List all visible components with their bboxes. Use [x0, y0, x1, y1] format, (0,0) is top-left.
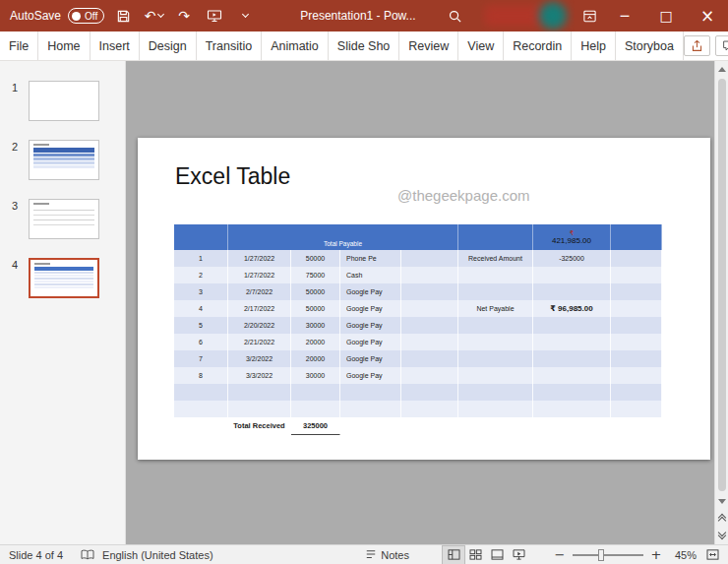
save-button[interactable] [111, 3, 135, 29]
tab-review[interactable]: Review [399, 31, 458, 60]
slide-thumbnail-1[interactable]: 1 [0, 81, 125, 121]
previous-slide-button[interactable] [715, 509, 728, 527]
table-row: 6 2/21/2022 20000 Google Pay [174, 334, 662, 350]
minimize-button[interactable]: ─ [604, 0, 645, 31]
table-cell [458, 267, 533, 283]
table-cell [228, 384, 291, 401]
view-slideshow-button[interactable] [508, 546, 529, 564]
window-title: Presentation1 - Pow... [300, 9, 415, 23]
tab-design[interactable]: Design [140, 31, 197, 60]
present-button[interactable] [203, 3, 226, 29]
language-indicator[interactable]: English (United States) [98, 545, 217, 564]
tab-view[interactable]: View [458, 31, 504, 60]
zoom-in-button[interactable]: + [649, 547, 663, 562]
table-header-row: Total Payable ₹ 421,985.00 [174, 224, 662, 250]
excel-table[interactable]: Total Payable ₹ 421,985.00 1 1/27/2022 5… [174, 224, 662, 435]
quick-access-dropdown-button[interactable] [233, 3, 257, 29]
spellcheck-button[interactable] [77, 545, 98, 564]
table-cell [174, 384, 228, 401]
view-sorter-button[interactable] [464, 546, 486, 564]
notes-icon [365, 549, 377, 560]
thumbnail-preview[interactable] [29, 81, 99, 121]
total-payable-amount: 421,985.00 [552, 237, 591, 245]
table-cell [611, 350, 662, 367]
maximize-button[interactable]: □ [645, 0, 687, 31]
slide-indicator[interactable]: Slide 4 of 4 [5, 545, 67, 564]
tab-slideshow[interactable]: Slide Sho [329, 31, 400, 60]
table-cell [401, 401, 458, 417]
vertical-scrollbar[interactable] [714, 61, 728, 544]
table-cell: -325000 [533, 250, 611, 267]
slide-number: 1 [12, 81, 22, 121]
table-cell: 2/7/2022 [228, 283, 291, 300]
fit-slide-icon [706, 549, 719, 560]
table-cell [611, 250, 662, 267]
next-slide-button[interactable] [715, 527, 728, 544]
scrollbar-track[interactable] [715, 77, 728, 493]
view-normal-button[interactable] [443, 546, 464, 564]
slide-thumbnail-4[interactable]: 4 [0, 258, 125, 298]
chevron-down-icon [157, 11, 164, 18]
scroll-down-button[interactable] [715, 493, 728, 509]
table-cell: 3/3/2022 [228, 367, 291, 384]
search-button[interactable] [444, 3, 467, 29]
autosave-state: Off [85, 11, 97, 22]
tab-home[interactable]: Home [38, 31, 90, 60]
minimize-icon: ─ [621, 8, 629, 24]
scroll-up-button[interactable] [715, 61, 728, 77]
tab-insert[interactable]: Insert [91, 31, 140, 60]
fit-to-window-button[interactable] [702, 549, 723, 560]
table-cell [611, 401, 662, 417]
close-button[interactable]: × [687, 0, 728, 31]
tab-file[interactable]: File [0, 31, 38, 60]
user-avatar[interactable] [480, 0, 575, 31]
table-cell [401, 283, 458, 300]
tab-recording[interactable]: Recordin [504, 31, 572, 60]
ribbon-tab-bar: File Home Insert Design Transitio Animat… [0, 31, 728, 61]
undo-button[interactable]: ↶ [142, 3, 165, 29]
table-cell: 30000 [291, 317, 340, 334]
slide-thumbnail-2[interactable]: 2 [0, 140, 125, 180]
table-cell [458, 334, 533, 350]
table-cell: 20000 [291, 334, 340, 350]
zoom-slider[interactable] [573, 554, 643, 556]
editing-canvas[interactable]: Excel Table @thegeekpage.com Total Payab… [126, 61, 714, 544]
table-cell: 1 [174, 250, 228, 267]
notes-button[interactable]: Notes [361, 545, 413, 564]
view-reading-button[interactable] [486, 546, 508, 564]
table-row: 4 2/17/2022 50000 Google Pay Net Payable… [174, 300, 662, 317]
thumbnail-preview[interactable] [29, 199, 99, 239]
slide-thumbnail-3[interactable]: 3 [0, 199, 125, 239]
zoom-slider-thumb[interactable] [598, 549, 604, 561]
table-cell: 30000 [291, 367, 340, 384]
table-cell [340, 417, 401, 435]
table-cell [611, 283, 662, 300]
comments-button[interactable] [715, 35, 728, 56]
zoom-out-button[interactable]: − [553, 547, 567, 562]
zoom-level[interactable]: 45% [669, 549, 697, 561]
close-icon: × [700, 6, 714, 26]
slide-title[interactable]: Excel Table [175, 163, 290, 190]
table-cell [533, 267, 611, 283]
view-switcher [443, 546, 529, 564]
scrollbar-thumb[interactable] [718, 79, 726, 491]
thumbnail-preview[interactable] [29, 140, 99, 180]
thumbnail-preview-selected[interactable] [29, 258, 99, 298]
table-cell [458, 224, 533, 250]
tab-storyboard[interactable]: Storyboa [616, 31, 684, 60]
ribbon-display-options-button[interactable] [575, 3, 604, 29]
table-cell: Received Amount [458, 250, 533, 267]
redo-button[interactable]: ↷ [172, 3, 196, 29]
share-button[interactable] [684, 35, 710, 56]
undo-icon: ↶ [145, 8, 156, 24]
table-cell [174, 224, 228, 250]
table-cell [533, 417, 611, 435]
autosave-toggle[interactable]: Off [68, 8, 104, 24]
tab-transitions[interactable]: Transitio [197, 31, 262, 60]
table-row [174, 384, 662, 401]
table-cell: 7 [174, 350, 228, 367]
tab-animations[interactable]: Animatio [262, 31, 329, 60]
table-cell [533, 367, 611, 384]
slide-canvas[interactable]: Excel Table @thegeekpage.com Total Payab… [138, 138, 710, 460]
tab-help[interactable]: Help [572, 31, 616, 60]
